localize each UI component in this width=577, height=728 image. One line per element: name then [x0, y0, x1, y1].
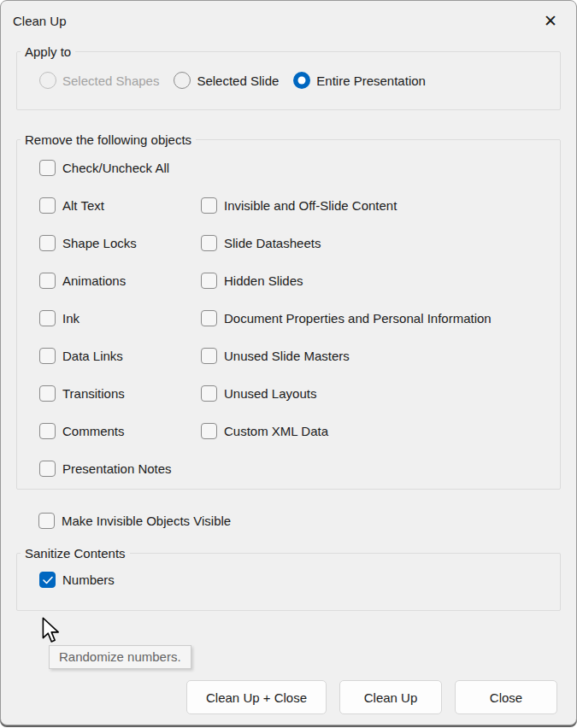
checkbox-label: Invisible and Off-Slide Content	[224, 198, 397, 213]
checkbox-unused-slide-masters[interactable]	[201, 348, 217, 364]
row-numbers: Numbers	[39, 572, 560, 588]
sanitize-body: Numbers	[17, 561, 560, 610]
radio-entire-presentation[interactable]: Entire Presentation	[293, 72, 426, 89]
checkbox-label: Transitions	[62, 386, 125, 401]
checkbox-label: Unused Slide Masters	[224, 349, 350, 363]
sanitize-contents-group: Sanitize Contents Numbers	[16, 546, 561, 611]
row-shape-locks: Shape Locks Slide Datasheets	[39, 235, 560, 257]
apply-to-options: Selected Shapes Selected Slide Entire Pr…	[17, 59, 560, 109]
checkbox-unused-layouts[interactable]	[201, 385, 217, 402]
checkbox-label: Alt Text	[62, 198, 104, 213]
remove-objects-group: Remove the following objects Check/Unche…	[16, 132, 561, 490]
close-icon[interactable]: ✕	[540, 11, 561, 31]
checkbox-presentation-notes[interactable]	[39, 461, 56, 477]
checkbox-custom-xml-data[interactable]	[201, 423, 217, 439]
checkbox-numbers[interactable]	[39, 572, 56, 588]
close-button[interactable]: Close	[455, 680, 557, 714]
radio-label: Selected Shapes	[62, 73, 159, 88]
checkbox-label: Ink	[62, 311, 79, 326]
checkbox-ink[interactable]	[39, 310, 56, 326]
radio-selected-slide[interactable]: Selected Slide	[174, 72, 279, 89]
checkbox-label: Custom XML Data	[224, 424, 328, 438]
checkbox-label: Animations	[62, 273, 126, 288]
checkbox-label: Numbers	[62, 572, 115, 587]
checkbox-label: Make Invisible Objects Visible	[62, 514, 231, 528]
row-ink: Ink Document Properties and Personal Inf…	[39, 310, 560, 332]
checkbox-hidden-slides[interactable]	[201, 273, 217, 289]
radio-label: Selected Slide	[197, 73, 279, 88]
row-check-all: Check/Uncheck All	[39, 160, 560, 182]
row-data-links: Data Links Unused Slide Masters	[39, 348, 560, 370]
radio-circle-icon[interactable]	[174, 72, 191, 89]
title-bar: Clean Up ✕	[1, 1, 576, 38]
clean-up-dialog: Clean Up ✕ Apply to Selected Shapes Sele…	[0, 0, 577, 725]
tooltip-text: Randomize numbers.	[59, 649, 181, 664]
remove-objects-body: Check/Uncheck All Alt Text Invisible and…	[17, 147, 560, 489]
checkbox-comments[interactable]	[39, 423, 56, 439]
checkbox-alt-text[interactable]	[39, 197, 56, 214]
row-comments: Comments Custom XML Data	[39, 423, 560, 445]
dialog-title: Clean Up	[13, 14, 67, 28]
checkbox-label: Hidden Slides	[224, 273, 303, 288]
checkbox-check-uncheck-all[interactable]	[39, 160, 56, 176]
checkbox-make-invisible-visible[interactable]	[38, 513, 55, 529]
checkbox-label: Document Properties and Personal Informa…	[224, 311, 492, 326]
radio-circle-icon	[39, 72, 56, 89]
row-make-invisible-visible: Make Invisible Objects Visible	[38, 509, 561, 531]
row-transitions: Transitions Unused Layouts	[39, 385, 560, 408]
sanitize-contents-legend: Sanitize Contents	[21, 546, 130, 561]
checkbox-slide-datasheets[interactable]	[201, 235, 217, 251]
checkbox-label: Shape Locks	[62, 236, 137, 250]
cursor-arrow-icon	[40, 617, 61, 644]
checkbox-label: Slide Datasheets	[224, 236, 321, 250]
checkbox-animations[interactable]	[39, 273, 56, 289]
clean-up-close-button[interactable]: Clean Up + Close	[186, 680, 327, 714]
row-animations: Animations Hidden Slides	[39, 273, 560, 295]
footer-button-bar: Clean Up + Close Clean Up Close	[186, 680, 557, 714]
checkbox-label: Data Links	[62, 349, 123, 363]
checkbox-label: Unused Layouts	[224, 386, 316, 401]
tooltip: Randomize numbers.	[49, 645, 191, 669]
checkbox-document-properties[interactable]	[201, 310, 217, 326]
checkbox-invisible-offslide-content[interactable]	[201, 197, 217, 214]
checkbox-label: Check/Uncheck All	[62, 161, 169, 175]
radio-dot	[298, 77, 306, 85]
radio-selected-shapes: Selected Shapes	[39, 72, 159, 89]
clean-up-button[interactable]: Clean Up	[339, 680, 442, 714]
remove-objects-legend: Remove the following objects	[21, 132, 196, 147]
row-alt-text: Alt Text Invisible and Off-Slide Content	[39, 197, 560, 220]
apply-to-group: Apply to Selected Shapes Selected Slide …	[16, 44, 561, 110]
checkbox-transitions[interactable]	[39, 385, 56, 402]
apply-to-legend: Apply to	[21, 44, 75, 59]
checkbox-shape-locks[interactable]	[39, 235, 56, 251]
checkbox-label: Comments	[62, 424, 125, 438]
checkbox-label: Presentation Notes	[62, 461, 172, 476]
radio-label: Entire Presentation	[316, 73, 426, 88]
checkbox-data-links[interactable]	[39, 348, 56, 364]
radio-selected-icon[interactable]	[293, 72, 310, 89]
row-presentation-notes: Presentation Notes	[39, 461, 560, 483]
checkmark-icon	[43, 576, 53, 584]
